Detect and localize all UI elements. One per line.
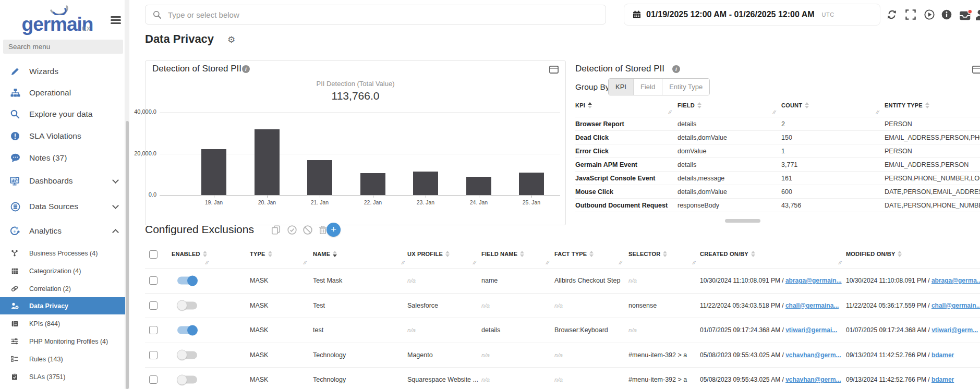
enabled-toggle[interactable]	[177, 376, 197, 384]
user-link[interactable]: bdamer	[931, 376, 954, 383]
sidebar-item-data-sources[interactable]: Data Sources	[0, 196, 125, 217]
tab-entity-type[interactable]: Entity Type	[662, 79, 709, 95]
info-icon[interactable]	[242, 65, 250, 73]
ban-icon[interactable]	[303, 225, 312, 235]
enabled-toggle[interactable]	[177, 277, 197, 285]
column-header-ux-profile[interactable]: UX PROFILE	[407, 251, 450, 257]
horizontal-scrollbar-thumb[interactable]	[725, 219, 760, 223]
info-icon[interactable]	[672, 65, 680, 73]
column-header-selector[interactable]: SELECTOR	[628, 251, 667, 257]
column-resize-handle[interactable]	[877, 110, 879, 115]
user-link[interactable]: vtiwari@germ...	[931, 326, 978, 334]
column-header-enabled[interactable]: ENABLED	[172, 251, 207, 257]
sidebar-item-dashboards[interactable]: Dashboards	[0, 171, 125, 191]
column-resize-handle[interactable]	[693, 260, 696, 265]
user-link[interactable]: abraga@germa...	[931, 277, 980, 284]
inbox-icon[interactable]	[959, 9, 971, 21]
column-header-entity-type[interactable]: ENTITY TYPE	[885, 102, 929, 108]
row-checkbox[interactable]	[149, 276, 158, 285]
tab-kpi[interactable]: KPI	[609, 79, 633, 95]
sidebar-item-rules[interactable]: Rules (143)	[0, 350, 125, 368]
column-header-field[interactable]: FIELD	[677, 102, 701, 108]
card-view-icon[interactable]	[972, 66, 980, 74]
row-checkbox[interactable]	[149, 351, 158, 359]
global-search-input[interactable]: Type or select below	[145, 5, 606, 25]
column-resize-handle[interactable]	[620, 260, 622, 265]
table-row[interactable]: MASKTechnologySquarespace Website ...n/a…	[145, 367, 980, 389]
sidebar-item-slas[interactable]: SLAs (3751)	[0, 368, 125, 385]
column-header-field-name[interactable]: FIELD NAME	[481, 251, 524, 257]
column-resize-handle[interactable]	[669, 110, 672, 115]
column-resize-handle[interactable]	[474, 260, 476, 265]
table-cell: PERSON	[885, 148, 912, 155]
sidebar-search-input[interactable]: Search menu	[3, 40, 123, 54]
menu-toggle-icon[interactable]	[111, 16, 121, 25]
column-resize-handle[interactable]	[547, 260, 549, 265]
tab-field[interactable]: Field	[633, 79, 662, 95]
column-header-fact-type[interactable]: FACT TYPE	[554, 251, 594, 257]
enabled-toggle[interactable]	[177, 301, 197, 309]
column-resize-handle[interactable]	[402, 260, 405, 265]
card-view-icon[interactable]	[549, 66, 559, 74]
enabled-toggle[interactable]	[177, 351, 197, 359]
column-header-kpi[interactable]: KPI	[575, 102, 592, 108]
table-row[interactable]: MASKtestn/adetailsBrowser:Keyboardn/a01/…	[145, 318, 980, 343]
check-circle-icon[interactable]	[287, 225, 297, 235]
column-resize-handle[interactable]	[206, 260, 209, 265]
sidebar-item-business-processes[interactable]: Business Processes (4)	[0, 245, 125, 262]
sidebar-item-wizards[interactable]: Wizards	[0, 61, 125, 82]
fullscreen-icon[interactable]	[905, 9, 917, 21]
copy-icon[interactable]	[271, 225, 281, 235]
user-link[interactable]: chall@germain...	[931, 302, 980, 309]
gear-icon[interactable]: ⚙	[227, 34, 235, 45]
sidebar-item-correlation[interactable]: Correlation (2)	[0, 280, 125, 297]
date-range-picker[interactable]: 01/19/2025 12:00 AM - 01/26/2025 12:00 A…	[624, 4, 880, 26]
table-row[interactable]: MASKTestSalesforcen/an/anonsense11/22/20…	[145, 293, 980, 318]
sidebar-item-notes[interactable]: Notes (37)	[0, 148, 125, 168]
column-resize-handle[interactable]	[839, 260, 842, 265]
column-header-modified[interactable]: MODIFIED ON/BY	[846, 251, 902, 257]
sidebar-item-php-monitoring[interactable]: PHP Monitoring Profiles (4)	[0, 333, 125, 350]
enabled-toggle[interactable]	[177, 326, 197, 334]
table-row[interactable]: Error ClickdomValue1PERSON	[575, 144, 980, 157]
sidebar-item-categorization[interactable]: Categorization (4)	[0, 262, 125, 279]
add-exclusion-button[interactable]	[326, 223, 341, 237]
row-checkbox[interactable]	[149, 301, 158, 310]
user-link[interactable]: chall@germaina...	[785, 302, 839, 309]
info-icon[interactable]	[941, 9, 953, 21]
sidebar-item-explore[interactable]: Explore your data	[0, 104, 125, 125]
sidebar-item-data-privacy[interactable]: Data Privacy	[0, 297, 125, 314]
user-link[interactable]: vchavhan@germ...	[785, 376, 841, 383]
table-row[interactable]: Outbound HTTP RequestrequestBody44,927PE…	[575, 212, 980, 216]
table-row[interactable]: Germain APM Eventdetails3,771EMAIL_ADDRE…	[575, 157, 980, 171]
row-checkbox[interactable]	[149, 326, 158, 334]
column-header-created[interactable]: CREATED ON/BY	[700, 251, 755, 257]
column-header-type[interactable]: TYPE	[250, 251, 272, 257]
table-row[interactable]: MASKTechnologyMagenton/an/a#menu-item-39…	[145, 343, 980, 368]
row-checkbox[interactable]	[149, 375, 158, 384]
table-row[interactable]: JavaScript Console Eventdetails,message1…	[575, 171, 980, 185]
sidebar-item-analytics[interactable]: Analytics	[0, 221, 125, 241]
select-all-checkbox[interactable]	[149, 250, 158, 259]
table-row[interactable]: Dead Clickdetails,domValue150EMAIL_ADDRE…	[575, 130, 980, 144]
sidebar-scrollbar-thumb[interactable]	[126, 121, 129, 389]
user-link[interactable]: bdamer	[931, 351, 954, 359]
column-header-name[interactable]: NAME	[313, 251, 337, 257]
column-resize-handle[interactable]	[773, 110, 776, 115]
logo-swoosh-icon	[47, 3, 71, 15]
table-row[interactable]: Browser Reportdetails2PERSON	[575, 117, 980, 130]
table-row[interactable]: Outbound Document RequestresponseBody43,…	[575, 198, 980, 212]
user-link[interactable]: abraga@germain...	[785, 277, 842, 284]
sidebar-item-sla-violations[interactable]: SLA Violations	[0, 126, 125, 147]
column-header-count[interactable]: COUNT	[781, 102, 809, 108]
column-resize-handle[interactable]	[304, 260, 307, 265]
play-icon[interactable]	[924, 9, 936, 21]
user-link[interactable]: vtiwari@germai...	[785, 326, 837, 334]
user-icon[interactable]	[976, 9, 980, 21]
table-row[interactable]: MASKTest Maskn/anameAllbirds Checkout St…	[145, 268, 980, 293]
sidebar-item-kpis[interactable]: KPIs (844)	[0, 315, 125, 332]
table-row[interactable]: Mouse Clickdetails,domValue600DATE,PERSO…	[575, 185, 980, 198]
user-link[interactable]: vchavhan@germ...	[785, 351, 841, 359]
sidebar-item-operational[interactable]: Operational	[0, 82, 125, 103]
refresh-icon[interactable]	[887, 9, 898, 21]
